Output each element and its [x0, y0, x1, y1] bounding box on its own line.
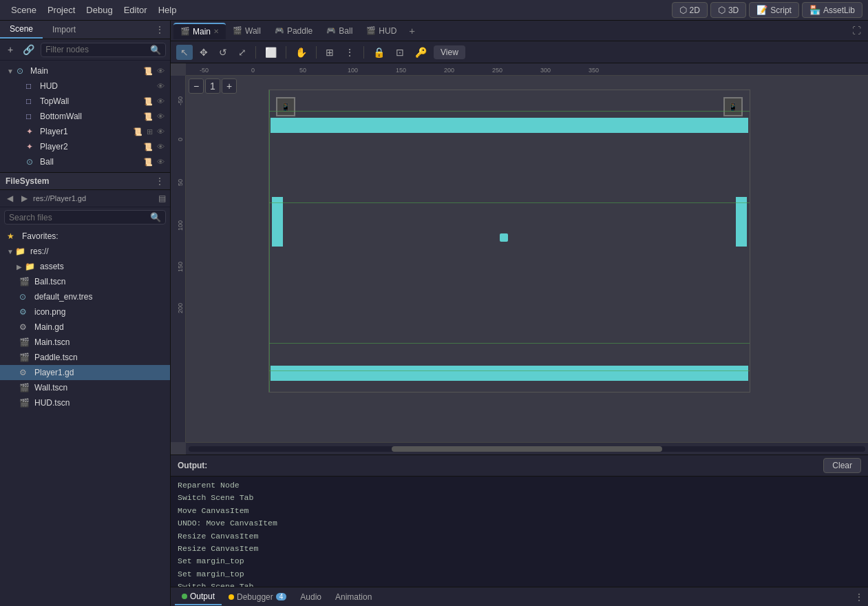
tree-script-btn-topwall[interactable]: 📜 [142, 96, 154, 107]
tree-node-ball[interactable]: ▶ ⊙ Ball 📜 👁 [0, 154, 170, 169]
tool-key[interactable]: 🔑 [411, 45, 431, 60]
fs-layout-button[interactable]: ▤ [158, 194, 166, 203]
zoom-in-button[interactable]: + [222, 79, 237, 94]
output-settings-button[interactable]: ⋮ [854, 592, 864, 603]
link-node-button[interactable]: 🔗 [19, 42, 38, 57]
editor-tab-main[interactable]: 🎬 Main ✕ [173, 23, 226, 39]
tool-pan[interactable]: ✋ [291, 45, 311, 60]
editor-tab-wall[interactable]: 🎬 Wall [226, 23, 268, 39]
tool-scale[interactable]: ⤢ [234, 45, 251, 60]
editor-tab-ball[interactable]: 🎮 Ball [319, 23, 359, 39]
tree-script-btn-player1[interactable]: 📜 [131, 127, 144, 137]
fs-item-assets[interactable]: ▶ 📁 assets [0, 259, 170, 274]
tree-node-player2[interactable]: ▶ ✦ Player2 📜 👁 [0, 139, 170, 154]
menu-project[interactable]: Project [42, 2, 81, 18]
tree-instanced-btn-player1[interactable]: ⊞ [145, 127, 154, 137]
fs-label-default-env: default_env.tres [34, 292, 93, 302]
view-button[interactable]: View [434, 45, 465, 59]
fs-title: FileSystem [6, 176, 155, 186]
canvas-scrollbar[interactable] [186, 442, 868, 454]
scene-panel-options[interactable]: ⋮ [149, 21, 170, 38]
filter-nodes-input[interactable] [45, 45, 150, 54]
tree-node-main[interactable]: ▼ ⊙ Main 📜 👁 [0, 63, 170, 79]
output-tab-audio-label: Audio [300, 592, 321, 602]
output-tab-output[interactable]: Output [175, 589, 222, 605]
tree-script-btn-bottomwall[interactable]: 📜 [142, 112, 154, 122]
fs-item-res[interactable]: ▼ 📁 res:// [0, 244, 170, 259]
fs-item-main-tscn[interactable]: 🎬 Main.tscn [0, 335, 170, 350]
mode-2d-button[interactable]: ⬡ 2D [672, 2, 708, 18]
tool-lock[interactable]: 🔒 [369, 45, 389, 60]
fs-item-player1-gd[interactable]: ⚙ Player1.gd [0, 365, 170, 380]
menu-help[interactable]: Help [153, 2, 182, 18]
editor-tab-main-label: Main [193, 27, 211, 36]
output-clear-button[interactable]: Clear [823, 458, 861, 473]
output-tab-debugger[interactable]: Debugger 4 [222, 589, 293, 605]
tree-visible-btn-bottomwall[interactable]: 👁 [156, 112, 166, 122]
editor-tab-main-close[interactable]: ✕ [213, 28, 219, 35]
editor-tab-hud[interactable]: 🎬 HUD [359, 23, 403, 39]
fs-item-hud-tscn[interactable]: 🎬 HUD.tscn [0, 395, 170, 410]
fs-item-ball-tscn[interactable]: 🎬 Ball.tscn [0, 274, 170, 289]
fs-label-assets: assets [40, 262, 64, 271]
tree-visible-btn-hud[interactable]: 👁 [156, 81, 166, 91]
tree-node-hud[interactable]: ▶ □ HUD 👁 [0, 79, 170, 94]
game-canvas[interactable]: 📱 📱 [186, 76, 868, 442]
menu-editor[interactable]: Editor [118, 2, 153, 18]
tool-move[interactable]: ✥ [195, 45, 212, 60]
fs-item-icon[interactable]: ⚙ icon.png [0, 304, 170, 320]
scrollbar-thumb[interactable] [392, 446, 662, 452]
tree-visible-btn-topwall[interactable]: 👁 [156, 96, 166, 107]
toolbar-sep-4 [363, 46, 364, 59]
tree-visible-btn-main[interactable]: 👁 [156, 66, 166, 76]
filter-search-icon: 🔍 [150, 45, 161, 55]
tool-group[interactable]: ⊡ [392, 45, 408, 60]
fs-back-button[interactable]: ◀ [4, 192, 16, 205]
menu-debug[interactable]: Debug [81, 2, 118, 18]
tool-options[interactable]: ⋮ [341, 45, 359, 60]
tab-scene[interactable]: Scene [0, 21, 43, 39]
tree-visible-btn-ball[interactable]: 👁 [156, 157, 166, 167]
tree-icon-player2: ✦ [26, 142, 37, 152]
zoom-out-button[interactable]: − [189, 79, 204, 94]
tree-node-topwall[interactable]: ▶ □ TopWall 📜 👁 [0, 94, 170, 109]
add-node-button[interactable]: + [4, 42, 17, 57]
tool-rect[interactable]: ⬜ [261, 45, 281, 60]
fs-item-paddle-tscn[interactable]: 🎬 Paddle.tscn [0, 350, 170, 365]
tree-script-btn-player2[interactable]: 📜 [142, 142, 154, 152]
scrollbar-track[interactable] [189, 446, 865, 452]
output-tab-animation[interactable]: Animation [328, 589, 379, 605]
editor-maximize-button[interactable]: ⛶ [848, 23, 865, 39]
fs-forward-button[interactable]: ▶ [19, 192, 30, 205]
mode-assetlib-button[interactable]: 🏪 AssetLib [802, 2, 862, 18]
mode-script-button[interactable]: 📝 Script [749, 2, 799, 18]
guide-h-mid-bottom [269, 343, 750, 344]
tree-node-player1[interactable]: ▶ ✦ Player1 📜 ⊞ 👁 [0, 124, 170, 139]
tool-rotate[interactable]: ↺ [215, 45, 231, 60]
fs-breadcrumb: ◀ ▶ res://Player1.gd ▤ [0, 190, 170, 207]
editor-tab-paddle[interactable]: 🎮 Paddle [268, 23, 319, 39]
fs-item-main-gd[interactable]: ⚙ Main.gd [0, 320, 170, 335]
editor-tab-ball-icon: 🎮 [326, 26, 336, 35]
fs-arrow-res: ▼ [7, 248, 15, 255]
menu-scene[interactable]: Scene [6, 2, 42, 18]
tree-node-bottomwall[interactable]: ▶ □ BottomWall 📜 👁 [0, 109, 170, 124]
tree-script-btn-main[interactable]: 📜 [142, 66, 154, 76]
zoom-reset-button[interactable]: 1 [205, 79, 220, 94]
canvas-area[interactable]: -50 0 50 100 150 200 250 300 350 -50 0 5… [171, 63, 868, 454]
mode-3d-button[interactable]: ⬡ 3D [710, 2, 746, 18]
tab-import[interactable]: Import [43, 21, 85, 38]
tool-select[interactable]: ↖ [176, 45, 193, 60]
output-tab-audio[interactable]: Audio [293, 589, 328, 605]
fs-item-default-env[interactable]: ⊙ default_env.tres [0, 289, 170, 304]
editor-tab-add[interactable]: + [403, 22, 421, 39]
tree-script-btn-ball[interactable]: 📜 [142, 157, 154, 167]
tree-label-hud: HUD [40, 81, 156, 91]
fs-search-input[interactable] [9, 213, 150, 222]
tool-snap[interactable]: ⊞ [321, 45, 338, 60]
tree-visible-btn-player1[interactable]: 👁 [156, 127, 166, 137]
tree-visible-btn-player2[interactable]: 👁 [156, 142, 166, 152]
fs-options-button[interactable]: ⋮ [155, 176, 165, 187]
fs-item-favorites[interactable]: ★ Favorites: [0, 229, 170, 244]
fs-item-wall-tscn[interactable]: 🎬 Wall.tscn [0, 380, 170, 395]
